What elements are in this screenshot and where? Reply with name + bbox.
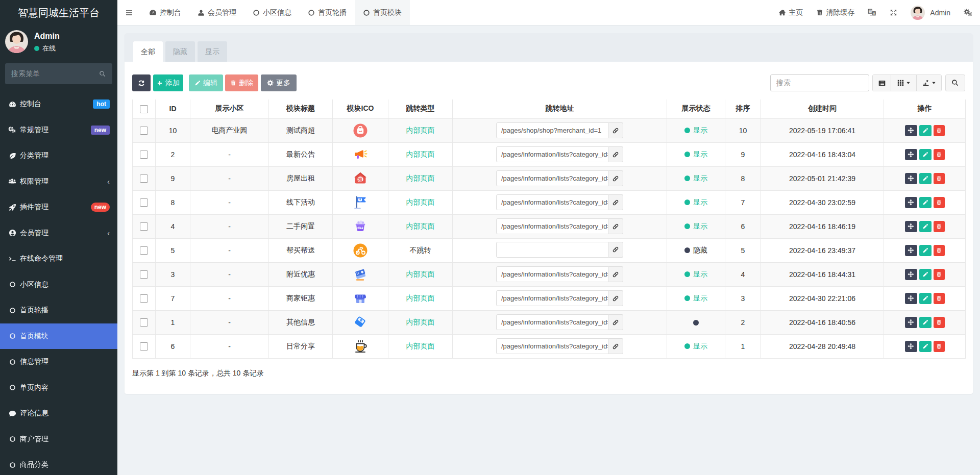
svg-text:租: 租 bbox=[358, 177, 363, 182]
svg-text:二手: 二手 bbox=[358, 226, 363, 230]
svg-text:¥: ¥ bbox=[359, 197, 361, 201]
